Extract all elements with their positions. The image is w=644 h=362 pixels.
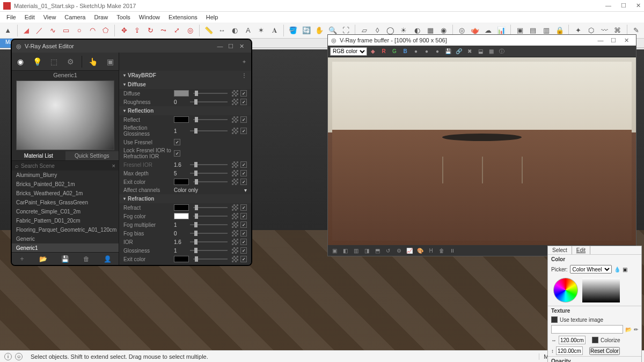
vfb-dot3-icon[interactable]: ● (433, 47, 442, 56)
color-swatch[interactable] (174, 90, 189, 97)
enable-checkbox[interactable] (240, 99, 247, 105)
menu-draw[interactable]: Draw (91, 13, 111, 21)
menu-window[interactable]: Window (136, 13, 163, 21)
material-item[interactable]: CarPaint_Flakes_GrassGreen (12, 198, 119, 207)
tex-height-input[interactable] (556, 346, 583, 355)
value-slider[interactable] (193, 216, 228, 217)
vfb-ab-icon[interactable]: ⬓ (475, 47, 485, 56)
render-tab-icon[interactable]: 👆 (87, 56, 99, 68)
vfb-close-button[interactable]: ✕ (620, 37, 633, 44)
color-wheel[interactable] (553, 278, 578, 302)
texture-slot-icon[interactable] (232, 116, 238, 123)
menu-edit[interactable]: Edit (21, 13, 38, 21)
value-slider[interactable] (193, 207, 228, 208)
number-value[interactable]: 1 (174, 128, 186, 134)
section-header[interactable]: Refraction (119, 194, 251, 203)
vfb-min-button[interactable]: — (594, 37, 607, 43)
enable-checkbox[interactable] (240, 204, 247, 211)
enable-checkbox[interactable] (240, 213, 247, 219)
texture-slot-icon[interactable] (232, 179, 238, 185)
vfb-b10-icon[interactable]: H (427, 246, 435, 255)
texture-slot-icon[interactable] (232, 239, 238, 245)
material-list[interactable]: Aluminum_BlurryBricks_Painted_B02_1mBric… (12, 171, 119, 252)
value-slider[interactable] (190, 164, 228, 165)
material-item[interactable]: Concrete_Simple_C01_2m (12, 207, 119, 216)
asset-max-button[interactable]: ☐ (225, 43, 236, 50)
material-item[interactable]: Generic1 (12, 243, 119, 252)
followme-icon[interactable]: ⤳ (158, 25, 170, 36)
vfb-channel-select[interactable]: RGB color (330, 47, 367, 56)
texture-slot-icon[interactable] (232, 128, 238, 134)
section-header[interactable]: Diffuse (119, 80, 251, 89)
number-value[interactable]: 1 (174, 222, 186, 228)
value-slider[interactable] (193, 119, 228, 120)
dimension-icon[interactable]: ↔ (216, 25, 228, 36)
number-value[interactable]: 0 (174, 99, 186, 105)
axes-icon[interactable]: ✶ (255, 25, 267, 36)
vfb-info-icon[interactable]: ⓘ (497, 47, 507, 56)
enable-checkbox[interactable] (240, 179, 247, 185)
add-layer-icon[interactable]: ＋ (241, 58, 247, 65)
tape-icon[interactable]: 📏 (203, 25, 215, 36)
picker-select[interactable]: Color Wheel (570, 265, 612, 274)
value-slider[interactable] (190, 101, 228, 102)
clear-search-icon[interactable]: × (112, 162, 115, 169)
number-value[interactable]: 1 (174, 248, 186, 254)
menu-tools[interactable]: Tools (113, 13, 134, 21)
texture-slot-icon[interactable] (232, 221, 238, 228)
texture-slot-icon[interactable] (232, 230, 238, 237)
enable-checkbox[interactable] (240, 230, 247, 237)
vfb-b8-icon[interactable]: 📈 (405, 246, 414, 255)
window-minimize-button[interactable]: — (605, 2, 611, 9)
material-item[interactable]: Bricks_Painted_B02_1m (12, 180, 119, 189)
vfb-b2-icon[interactable]: ◧ (341, 246, 349, 255)
texture-slot-icon[interactable] (232, 204, 238, 211)
freehand-icon[interactable]: ∿ (47, 25, 59, 36)
vfb-b5-icon[interactable]: ⬒ (373, 246, 382, 255)
enable-checkbox[interactable] (240, 256, 247, 262)
texture-slot-icon[interactable] (232, 256, 238, 262)
texture-slot-icon[interactable] (232, 161, 238, 168)
color-swatch[interactable] (174, 204, 189, 211)
asset-close-button[interactable]: ✕ (236, 43, 247, 50)
material-list-tab[interactable]: Material List (12, 151, 65, 160)
vray-frame-buffer-window[interactable]: ◎ V-Ray frame buffer - [100% of 900 x 50… (327, 34, 636, 256)
section-header[interactable]: Reflection (119, 106, 251, 115)
pan-icon[interactable]: ✋ (313, 25, 325, 36)
text-icon[interactable]: A (243, 25, 254, 36)
search-input[interactable] (21, 163, 112, 169)
vfb-b12-icon[interactable]: ⏸ (448, 246, 457, 255)
tray-tab-select[interactable]: Select (548, 246, 572, 254)
delete-material-icon[interactable]: 🗑 (83, 255, 90, 263)
pushpull-icon[interactable]: ⇪ (131, 25, 143, 36)
polygon-icon[interactable]: ⬠ (100, 25, 112, 36)
edit-texture-icon[interactable]: ✏ (634, 327, 638, 333)
vfb-b6-icon[interactable]: ↺ (384, 246, 392, 255)
reset-color-button[interactable]: Reset Color (589, 347, 620, 355)
value-slider[interactable] (582, 278, 620, 302)
enable-checkbox[interactable] (240, 90, 247, 97)
enable-checkbox[interactable] (240, 170, 247, 176)
add-material-icon[interactable]: ＋ (19, 254, 25, 263)
vfb-b7-icon[interactable]: ⚙ (394, 246, 403, 255)
checkbox[interactable] (174, 139, 180, 145)
texture-slot-icon[interactable] (232, 213, 238, 219)
select-tool-icon[interactable]: ▲ (2, 25, 14, 36)
tray-tab-edit[interactable]: Edit (572, 246, 590, 254)
vfb-dot2-icon[interactable]: ● (422, 47, 431, 56)
value-slider[interactable] (190, 241, 228, 242)
import-material-icon[interactable]: 📂 (39, 255, 47, 263)
number-value[interactable]: 1.6 (174, 162, 186, 168)
frame-tab-icon[interactable]: ▣ (104, 56, 116, 68)
enable-checkbox[interactable] (240, 247, 247, 254)
material-item[interactable]: Bricks_Weathered_A02_1m (12, 189, 119, 198)
rotate-icon[interactable]: ↻ (145, 25, 157, 36)
texture-slot-icon[interactable] (232, 247, 238, 254)
enable-checkbox[interactable] (240, 161, 247, 168)
material-item[interactable]: Flooring_Parquet_Geometric_A01_120cm (12, 225, 119, 234)
value-slider[interactable] (190, 130, 228, 131)
vfb-clear-icon[interactable]: ✖ (465, 47, 474, 56)
protractor-icon[interactable]: ◐ (229, 25, 241, 36)
vfb-b-button[interactable]: B (400, 47, 410, 56)
browse-texture-icon[interactable]: 📂 (625, 327, 632, 333)
